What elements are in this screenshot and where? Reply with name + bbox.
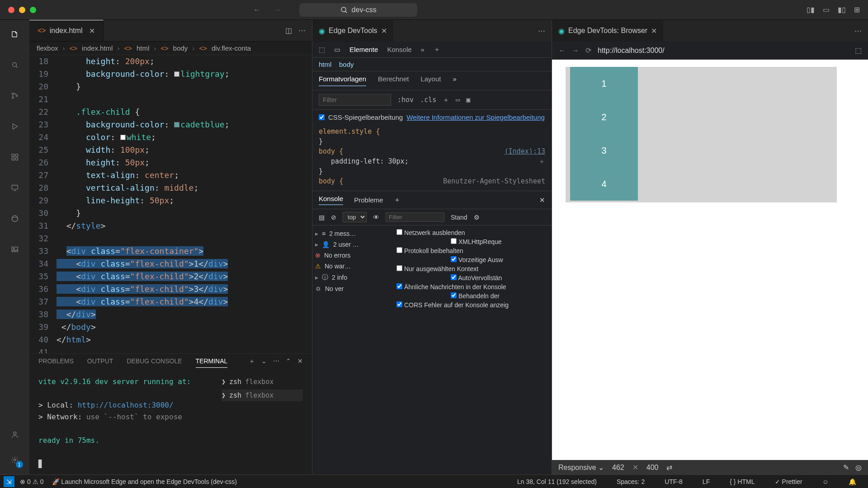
layout-left-icon[interactable]: ▯▮ <box>807 5 815 14</box>
new-terminal-icon[interactable]: ＋ <box>249 357 255 368</box>
responsive-dropdown[interactable]: Responsive ⌄ <box>558 463 604 472</box>
extensions-icon[interactable] <box>9 151 21 164</box>
console-drawer-tab[interactable]: Konsole <box>319 195 343 205</box>
layout-right-icon[interactable]: ▮▯ <box>838 5 846 14</box>
minimize-window[interactable] <box>19 7 25 13</box>
msg-group[interactable]: ▸ⓘ2 info <box>315 272 391 283</box>
close-drawer-icon[interactable]: ✕ <box>539 196 545 204</box>
settings-gear-icon[interactable] <box>9 454 21 466</box>
status-launch[interactable]: 🚀 Launch Microsoft Edge and open the Edg… <box>52 478 237 485</box>
browser-back-icon[interactable]: ← <box>558 47 566 55</box>
console-filter-input[interactable] <box>386 212 444 222</box>
status-feedback-icon[interactable]: ☺ <box>822 478 829 485</box>
terminal-instance[interactable]: ❯zsh flexbox <box>222 389 303 401</box>
address-bar[interactable]: http://localhost:3000/ <box>598 47 849 55</box>
status-bell-icon[interactable]: 🔔 <box>849 478 856 485</box>
device-toolbar-icon[interactable]: ▭ <box>334 46 340 54</box>
status-language[interactable]: { } HTML <box>730 478 755 485</box>
accounts-icon[interactable] <box>9 428 21 441</box>
close-tab-icon[interactable]: ✕ <box>89 27 95 35</box>
breadcrumb[interactable]: flexbox› <>index.html› <>html› <>body› <… <box>29 42 312 55</box>
context-select[interactable]: top <box>343 212 367 222</box>
browser-forward-icon[interactable]: → <box>572 47 579 55</box>
tab-more-icon[interactable]: ⋯ <box>298 26 306 35</box>
css-rules[interactable]: element.style { } body {(Index):13 paddi… <box>312 125 552 191</box>
more-icon[interactable]: ⋯ <box>854 27 862 35</box>
msg-group[interactable]: ▸👤2 user … <box>315 239 391 250</box>
check-protocol[interactable] <box>396 247 402 253</box>
status-encoding[interactable]: UTF-8 <box>665 478 683 485</box>
browser-viewport[interactable]: 1 2 3 4 <box>552 60 868 460</box>
split-editor-icon[interactable]: ◫ <box>285 26 292 35</box>
tab-output[interactable]: OUTPUT <box>87 357 113 368</box>
nav-forward-icon[interactable]: → <box>274 6 281 14</box>
tab-debug-console[interactable]: DEBUG CONSOLE <box>127 357 182 368</box>
check-cors[interactable] <box>396 301 402 307</box>
tab-problems[interactable]: PROBLEMS <box>38 357 74 368</box>
nav-back-icon[interactable]: ← <box>253 6 260 14</box>
run-debug-icon[interactable] <box>9 120 21 133</box>
close-tab-icon[interactable]: ✕ <box>651 27 657 35</box>
elements-tab[interactable]: Elemente <box>349 46 378 53</box>
add-tab-icon[interactable]: ＋ <box>434 45 440 54</box>
more-tabs-icon[interactable]: » <box>421 46 425 53</box>
search-side-icon[interactable] <box>9 59 21 71</box>
edge-icon[interactable] <box>9 212 21 225</box>
console-sidebar-icon[interactable]: ▤ <box>319 214 325 221</box>
panel-close-icon[interactable]: ✕ <box>297 357 303 368</box>
panel-maximize-icon[interactable]: ⌃ <box>286 357 291 368</box>
explorer-icon[interactable] <box>9 28 21 41</box>
check-similar[interactable] <box>396 283 402 289</box>
status-errors[interactable]: ⊗ 0 ⚠ 0 <box>20 478 44 485</box>
remote-explorer-icon[interactable] <box>9 182 21 194</box>
check-nur[interactable] <box>396 265 402 271</box>
more-styles-icon[interactable]: » <box>453 75 456 86</box>
image-preview-icon[interactable] <box>9 243 21 256</box>
browser-reload-icon[interactable]: ⟳ <box>585 46 591 55</box>
status-eol[interactable]: LF <box>703 478 710 485</box>
check-xhr[interactable] <box>451 238 457 244</box>
styles-filter-input[interactable] <box>319 94 391 106</box>
computed-tab[interactable]: Berechnet <box>378 75 409 86</box>
more-icon[interactable]: ⋯ <box>538 27 545 35</box>
close-window[interactable] <box>8 7 14 13</box>
msg-group[interactable]: ⊗No errors <box>315 250 391 261</box>
terminal-instance[interactable]: ❯zsh flexbox <box>222 376 303 388</box>
cls-button[interactable]: .cls <box>420 96 436 104</box>
clear-console-icon[interactable]: ⊘ <box>331 214 336 221</box>
device-icon[interactable]: ▭ <box>456 96 460 104</box>
code-editor[interactable]: 18 19 20 21 22 23 24 25 26 27 28 29 30 3… <box>29 55 312 353</box>
remote-button[interactable]: ⇲ <box>4 476 14 487</box>
tab-terminal[interactable]: TERMINAL <box>196 357 228 368</box>
layout-bottom-icon[interactable]: ▭ <box>823 5 830 14</box>
mirror-info-link[interactable]: Weitere Informationen zur Spiegelbearbei… <box>406 113 545 121</box>
check-network[interactable] <box>396 229 402 235</box>
browser-tab[interactable]: ◉ Edge DevTools: Browser ✕ <box>552 20 663 42</box>
msg-group[interactable]: ▸≡2 mess… <box>315 228 391 239</box>
live-expr-icon[interactable]: 👁 <box>373 214 379 221</box>
maximize-window[interactable] <box>30 7 36 13</box>
status-cursor[interactable]: Ln 38, Col 11 (192 selected) <box>517 478 597 485</box>
viewport-width[interactable]: 462 <box>612 464 624 472</box>
console-settings-icon[interactable]: ⚙ <box>474 214 480 221</box>
source-control-icon[interactable] <box>9 89 21 102</box>
devtools-tab[interactable]: ◉ Edge DevTools ✕ <box>312 20 393 42</box>
console-tab[interactable]: Konsole <box>387 46 411 53</box>
terminal-dropdown-icon[interactable]: ⌄ <box>261 357 267 368</box>
command-center[interactable]: dev-css <box>299 3 417 17</box>
terminal-more-icon[interactable]: ⋯ <box>273 357 279 368</box>
msg-group[interactable]: ⚠No war… <box>315 261 391 272</box>
layout-tab[interactable]: Layout <box>420 75 441 86</box>
msg-group[interactable]: ⛭No ver <box>315 283 391 294</box>
status-spaces[interactable]: Spaces: 2 <box>617 478 645 485</box>
inspect-toggle-icon[interactable]: ⬚ <box>855 46 862 55</box>
editor-tab-index[interactable]: <> index.html ✕ <box>29 20 104 41</box>
inspect-element-icon[interactable]: ⬚ <box>319 46 325 54</box>
layout-grid-icon[interactable]: ⊞ <box>854 5 860 14</box>
terminal[interactable]: vite v2.9.16 dev server running at: > Lo… <box>29 371 312 474</box>
styles-tab[interactable]: Formatvorlagen <box>319 75 366 86</box>
check-vorzeitig[interactable] <box>451 256 457 262</box>
status-prettier[interactable]: ✓ Prettier <box>775 478 802 485</box>
hov-button[interactable]: :hov <box>397 96 414 104</box>
new-rule-icon[interactable]: ＋ <box>443 96 449 104</box>
